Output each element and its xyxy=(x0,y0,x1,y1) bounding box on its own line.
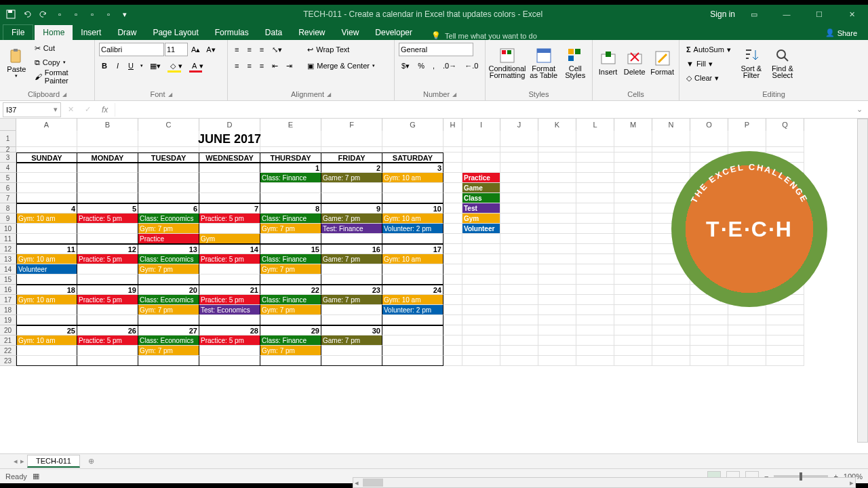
cell[interactable] xyxy=(576,214,614,224)
cell[interactable] xyxy=(614,244,652,254)
date-cell[interactable]: 3 xyxy=(382,163,443,173)
cell[interactable] xyxy=(77,264,138,274)
cell[interactable] xyxy=(199,356,260,366)
cell[interactable] xyxy=(462,336,500,346)
event-cell[interactable]: Gym: 7 pm xyxy=(260,224,321,234)
cell[interactable] xyxy=(652,325,690,336)
undo-icon[interactable] xyxy=(20,7,34,21)
cell[interactable] xyxy=(538,336,576,346)
cell[interactable] xyxy=(382,264,443,274)
cell[interactable] xyxy=(614,193,652,203)
cell[interactable] xyxy=(199,193,260,203)
cell[interactable] xyxy=(690,336,728,346)
cell[interactable] xyxy=(538,274,576,285)
inc-decimal-icon[interactable]: .0→ xyxy=(440,59,459,73)
date-cell[interactable] xyxy=(199,163,260,173)
row-header[interactable]: 11 xyxy=(0,234,16,244)
align-center-icon[interactable]: ≡ xyxy=(244,59,254,73)
tab-data[interactable]: Data xyxy=(257,25,290,40)
cell[interactable] xyxy=(576,203,614,214)
tell-me[interactable]: 💡Tell me what you want to do xyxy=(431,31,537,40)
cell[interactable] xyxy=(728,356,766,366)
cell[interactable] xyxy=(614,295,652,305)
cell[interactable] xyxy=(16,234,77,244)
maximize-icon[interactable]: ☐ xyxy=(806,5,833,24)
date-cell[interactable]: 24 xyxy=(382,285,443,295)
cell[interactable] xyxy=(614,214,652,224)
cell[interactable] xyxy=(382,183,443,193)
col-header[interactable]: D xyxy=(199,119,260,131)
row-header[interactable]: 23 xyxy=(0,356,16,366)
cell[interactable] xyxy=(500,183,538,193)
cell[interactable] xyxy=(538,152,576,163)
cell[interactable] xyxy=(538,163,576,173)
cell[interactable] xyxy=(728,131,766,147)
date-cell[interactable]: 15 xyxy=(260,244,321,254)
legend-item[interactable]: Practice xyxy=(462,173,500,183)
event-cell[interactable]: Practice: 5 pm xyxy=(77,295,138,305)
row-header[interactable]: 12 xyxy=(0,244,16,254)
cell[interactable] xyxy=(576,325,614,336)
cell[interactable] xyxy=(690,356,728,366)
event-cell[interactable]: Class: Finance xyxy=(260,173,321,183)
cell[interactable] xyxy=(321,315,382,325)
tab-home[interactable]: Home xyxy=(35,25,73,40)
cell[interactable] xyxy=(614,131,652,147)
event-cell[interactable]: Practice: 5 pm xyxy=(199,254,260,264)
cell[interactable] xyxy=(77,315,138,325)
cell[interactable] xyxy=(382,315,443,325)
cell[interactable] xyxy=(462,356,500,366)
col-header[interactable]: C xyxy=(138,119,199,131)
cell[interactable] xyxy=(199,224,260,234)
date-cell[interactable]: 4 xyxy=(16,203,77,214)
cell[interactable] xyxy=(199,346,260,356)
event-cell[interactable]: Volunteer: 2 pm xyxy=(382,305,443,315)
event-cell[interactable]: Practice: 5 pm xyxy=(77,336,138,346)
cell[interactable] xyxy=(16,147,77,152)
date-cell[interactable]: 14 xyxy=(199,244,260,254)
col-header[interactable]: B xyxy=(77,119,138,131)
cell[interactable] xyxy=(443,254,462,264)
number-format-select[interactable] xyxy=(399,43,473,56)
event-cell[interactable]: Gym: 10 am xyxy=(16,336,77,346)
row-header[interactable]: 3 xyxy=(0,152,16,163)
row-header[interactable]: 9 xyxy=(0,214,16,224)
name-box[interactable]: I37▾ xyxy=(3,102,61,117)
cell[interactable] xyxy=(462,264,500,274)
cell[interactable] xyxy=(500,152,538,163)
col-header[interactable]: Q xyxy=(766,119,804,131)
cell[interactable] xyxy=(614,234,652,244)
cell[interactable] xyxy=(16,183,77,193)
cell[interactable] xyxy=(500,203,538,214)
cell[interactable] xyxy=(443,315,462,325)
event-cell[interactable]: Game: 7 pm xyxy=(321,254,382,264)
date-cell[interactable]: 18 xyxy=(16,285,77,295)
cell[interactable] xyxy=(77,234,138,244)
font-name-select[interactable] xyxy=(99,43,164,56)
date-cell[interactable]: 23 xyxy=(321,285,382,295)
cell[interactable] xyxy=(576,336,614,346)
cell[interactable] xyxy=(652,356,690,366)
date-cell[interactable]: 1 xyxy=(260,163,321,173)
cell[interactable] xyxy=(260,193,321,203)
copy-button[interactable]: ⧉Copy▾ xyxy=(32,56,92,69)
date-cell[interactable]: 29 xyxy=(260,325,321,336)
cell[interactable] xyxy=(538,193,576,203)
day-header[interactable]: MONDAY xyxy=(77,152,138,163)
event-cell[interactable]: Class: Finance xyxy=(260,214,321,224)
align-left-icon[interactable]: ≡ xyxy=(232,59,241,73)
row-header[interactable]: 22 xyxy=(0,346,16,356)
cell[interactable] xyxy=(443,163,462,173)
cell[interactable] xyxy=(538,131,576,147)
expand-formula-icon[interactable]: ⌄ xyxy=(854,105,865,114)
date-cell[interactable]: 12 xyxy=(77,244,138,254)
cell[interactable] xyxy=(321,183,382,193)
cell[interactable] xyxy=(462,315,500,325)
row-header[interactable]: 16 xyxy=(0,285,16,295)
event-cell[interactable]: Practice: 5 pm xyxy=(199,336,260,346)
cell[interactable] xyxy=(500,305,538,315)
row-header[interactable]: 18 xyxy=(0,305,16,315)
date-cell[interactable] xyxy=(382,325,443,336)
cell[interactable] xyxy=(260,147,321,152)
cell[interactable] xyxy=(690,131,728,147)
